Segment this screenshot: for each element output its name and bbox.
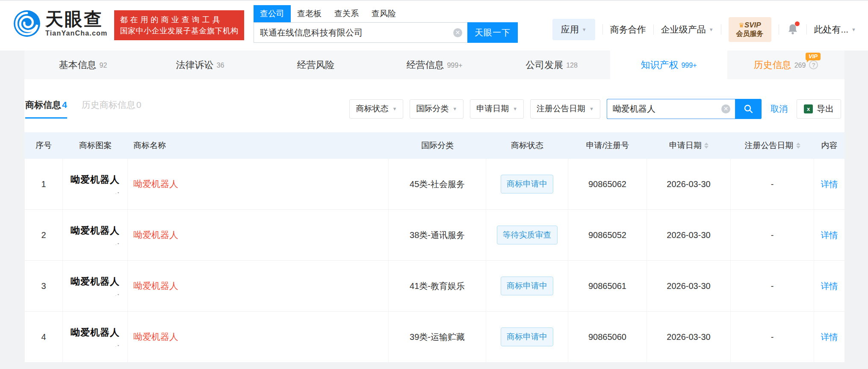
header-menu: 应用 ▼ 商务合作 企业级产品 ▼ ♛SVIP 会员服务 此处有... ▼ <box>552 17 856 42</box>
tab-label: 历史信息 <box>754 59 791 71</box>
user-label: 此处有... <box>814 24 849 36</box>
row-index: 4 <box>24 312 63 362</box>
col-apply-date[interactable]: 申请日期 <box>647 140 731 151</box>
search-tab-relation[interactable]: 查关系 <box>328 5 365 22</box>
tab-history-info[interactable]: VIP 历史信息 269 ? <box>727 51 844 79</box>
international-class: 41类-教育娱乐 <box>389 261 486 311</box>
svip-sub-label: 会员服务 <box>736 30 764 38</box>
search-tab-risk[interactable]: 查风险 <box>365 5 402 22</box>
filter-apply-date[interactable]: 申请日期▼ <box>470 99 524 119</box>
enterprise-products-menu[interactable]: 企业级产品 ▼ <box>661 24 714 36</box>
sort-icon[interactable] <box>704 140 709 151</box>
divider <box>779 24 779 35</box>
registration-number: 90865060 <box>568 312 647 362</box>
col-registration-number: 申请/注册号 <box>568 140 647 151</box>
announce-date: - <box>731 159 814 209</box>
detail-link[interactable]: 详情 <box>821 229 838 241</box>
table-row: 4 呦爱机器人 . ▪ 呦爱机器人 39类-运输贮藏 商标申请中 9086506… <box>24 312 844 362</box>
subtab-count: 0 <box>136 100 142 110</box>
filter-label: 申请日期 <box>476 103 509 114</box>
detail-link[interactable]: 详情 <box>821 280 838 292</box>
announce-date: - <box>731 261 814 311</box>
chevron-down-icon: ▼ <box>452 106 457 111</box>
clear-keyword-icon[interactable]: ✕ <box>721 104 730 113</box>
vip-badge: VIP <box>806 53 821 60</box>
tab-business-risk[interactable]: 经营风险 <box>259 51 376 79</box>
divider <box>653 24 654 35</box>
detail-link[interactable]: 详情 <box>821 331 838 343</box>
table-row: 3 呦爱机器人 . ▪ 呦爱机器人 41类-教育娱乐 商标申请中 9086506… <box>24 261 844 312</box>
promo-banner: 都在用的商业查询工具 国家中小企业发展子基金旗下机构 <box>114 10 244 40</box>
search-button[interactable]: 天眼一下 <box>467 22 518 43</box>
trademark-image-text: 呦爱机器人 <box>71 275 120 288</box>
top-header: 天眼查 TianYanCha.com 都在用的商业查询工具 国家中小企业发展子基… <box>0 0 868 51</box>
search-tab-boss[interactable]: 查老板 <box>291 5 328 22</box>
tab-count: 999+ <box>447 62 462 69</box>
apps-menu-button[interactable]: 应用 ▼ <box>552 19 595 40</box>
trademark-image[interactable]: 呦爱机器人 . ▪ <box>71 275 120 297</box>
clear-search-icon[interactable]: ✕ <box>453 28 462 37</box>
promo-line1: 都在用的商业查询工具 <box>120 14 239 25</box>
svip-label: SVIP <box>744 21 761 29</box>
tab-legal-proceedings[interactable]: 法律诉讼 36 <box>142 51 259 79</box>
svip-member-button[interactable]: ♛SVIP 会员服务 <box>729 17 771 42</box>
detail-link[interactable]: 详情 <box>821 179 838 190</box>
col-content: 内容 <box>814 140 844 151</box>
trademark-image-text: 呦爱机器人 <box>71 173 120 186</box>
filter-trademark-status[interactable]: 商标状态▼ <box>349 99 403 119</box>
col-announce-date[interactable]: 注册公告日期 <box>731 140 814 151</box>
chevron-down-icon: ▼ <box>709 27 714 32</box>
subtab-trademark-info[interactable]: 商标信息4 <box>25 99 67 119</box>
cancel-link[interactable]: 取消 <box>771 103 788 115</box>
table-header-row: 序号 商标图案 商标名称 国际分类 商标状态 申请/注册号 申请日期 注册公告日… <box>24 132 844 159</box>
trademark-name-link[interactable]: 呦爱机器人 <box>133 280 178 292</box>
tab-intellectual-property[interactable]: 知识产权 999+ <box>610 51 727 79</box>
tab-label: 公司发展 <box>526 59 563 71</box>
registration-number: 90865062 <box>568 159 647 209</box>
tab-count: 92 <box>100 62 107 69</box>
user-account-menu[interactable]: 此处有... ▼ <box>814 24 856 36</box>
col-label: 申请日期 <box>669 140 702 151</box>
row-index: 3 <box>24 261 63 311</box>
trademark-image[interactable]: 呦爱机器人 . ▪ <box>71 173 120 195</box>
keyword-search-button[interactable] <box>735 99 762 119</box>
table-row: 2 呦爱机器人 . ▪ 呦爱机器人 38类-通讯服务 等待实质审查 908650… <box>24 210 844 261</box>
export-label: 导出 <box>817 103 834 115</box>
trademark-name-link[interactable]: 呦爱机器人 <box>133 331 178 343</box>
col-trademark-name: 商标名称 <box>128 140 389 151</box>
filter-international-class[interactable]: 国际分类▼ <box>410 99 464 119</box>
help-question-icon[interactable]: ? <box>809 60 818 69</box>
business-cooperation-link[interactable]: 商务合作 <box>610 24 646 36</box>
registration-number: 90865052 <box>568 210 647 260</box>
tab-business-info[interactable]: 经营信息 999+ <box>376 51 493 79</box>
trademark-name-link[interactable]: 呦爱机器人 <box>133 178 178 190</box>
keyword-input[interactable] <box>607 99 735 119</box>
filter-announce-date[interactable]: 注册公告日期▼ <box>530 99 600 119</box>
trademark-name-link[interactable]: 呦爱机器人 <box>133 229 178 241</box>
tab-label: 经营信息 <box>406 59 444 71</box>
excel-icon: x <box>804 104 813 113</box>
divider <box>806 24 807 35</box>
filters: 商标状态▼ 国际分类▼ 申请日期▼ 注册公告日期▼ ✕ <box>349 99 841 119</box>
trademark-image[interactable]: 呦爱机器人 . ▪ <box>71 224 120 246</box>
subtab-label: 商标信息 <box>25 100 61 110</box>
logo[interactable]: 天眼查 TianYanCha.com <box>13 9 107 38</box>
status-badge: 等待实质审查 <box>497 226 558 244</box>
sort-icon[interactable] <box>796 140 800 151</box>
tab-label: 知识产权 <box>641 59 678 71</box>
apply-date: 2026-03-30 <box>647 210 731 260</box>
search-tab-company[interactable]: 查公司 <box>254 5 291 22</box>
notifications-bell-icon[interactable] <box>786 23 799 36</box>
divider <box>602 24 603 35</box>
tab-company-development[interactable]: 公司发展 128 <box>493 51 610 79</box>
tab-basic-info[interactable]: 基本信息 92 <box>24 51 142 79</box>
company-search-input[interactable] <box>254 22 467 43</box>
trademark-panel: 商标信息4 历史商标信息0 商标状态▼ 国际分类▼ 申请日期▼ 注册公告日期▼ <box>24 79 844 362</box>
trademark-image[interactable]: 呦爱机器人 . ▪ <box>71 326 120 348</box>
international-class: 39类-运输贮藏 <box>389 312 486 362</box>
subtab-history-trademark-info[interactable]: 历史商标信息0 <box>82 99 142 119</box>
status-badge: 商标申请中 <box>501 277 553 295</box>
export-button[interactable]: x 导出 <box>797 99 841 119</box>
tab-count: 269 <box>794 62 806 69</box>
chevron-down-icon: ▼ <box>851 27 856 32</box>
